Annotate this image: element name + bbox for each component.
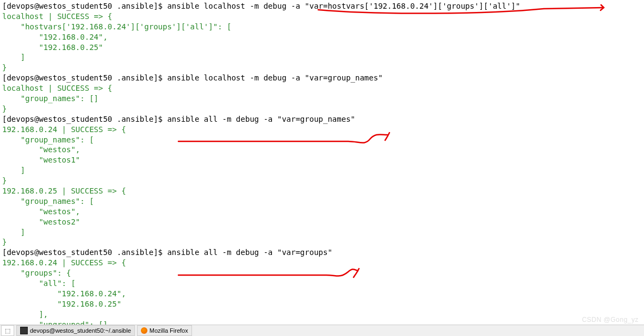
tray-icon: ⬚ — [5, 327, 10, 335]
output-block-1: localhost | SUCCESS => { "hostvars['192.… — [2, 11, 642, 73]
show-desktop-button[interactable]: ⬚ — [1, 325, 14, 336]
output-block-3: 192.168.0.24 | SUCCESS => { "group_names… — [2, 125, 642, 248]
command-line-1: [devops@westos_student50 .ansible]$ ansi… — [2, 1, 642, 11]
taskbar-app-firefox[interactable]: Mozilla Firefox — [137, 325, 192, 336]
command-text: ansible localhost -m debug -a "var=hostv… — [167, 2, 520, 10]
command-line-4: [devops@westos_student50 .ansible]$ ansi… — [2, 247, 642, 258]
output-block-2: localhost | SUCCESS => { "group_names": … — [2, 83, 642, 114]
command-text: ansible all -m debug -a "var=group_names… — [167, 115, 355, 123]
prompt: [devops@westos_student50 .ansible]$ — [2, 2, 167, 10]
taskbar-app-label: Mozilla Firefox — [150, 327, 188, 335]
prompt: [devops@westos_student50 .ansible]$ — [2, 115, 167, 123]
firefox-icon — [141, 327, 147, 334]
command-text: ansible all -m debug -a "var=groups" — [167, 248, 332, 257]
terminal-icon — [20, 327, 28, 334]
output-block-4: 192.168.0.24 | SUCCESS => { "groups": { … — [2, 258, 642, 329]
command-text: ansible localhost -m debug -a "var=group… — [167, 73, 382, 82]
taskbar-app-label: devops@westos_student50:~/.ansible — [30, 327, 131, 335]
command-line-3: [devops@westos_student50 .ansible]$ ansi… — [2, 114, 642, 125]
taskbar-app-terminal[interactable]: devops@westos_student50:~/.ansible — [16, 325, 135, 336]
taskbar[interactable]: ⬚ devops@westos_student50:~/.ansible Moz… — [0, 325, 644, 336]
prompt: [devops@westos_student50 .ansible]$ — [2, 73, 167, 82]
watermark-text: CSDN @Gong_yz — [582, 315, 639, 324]
prompt: [devops@westos_student50 .ansible]$ — [2, 248, 167, 257]
command-line-2: [devops@westos_student50 .ansible]$ ansi… — [2, 73, 642, 83]
terminal-output[interactable]: [devops@westos_student50 .ansible]$ ansi… — [0, 0, 644, 331]
